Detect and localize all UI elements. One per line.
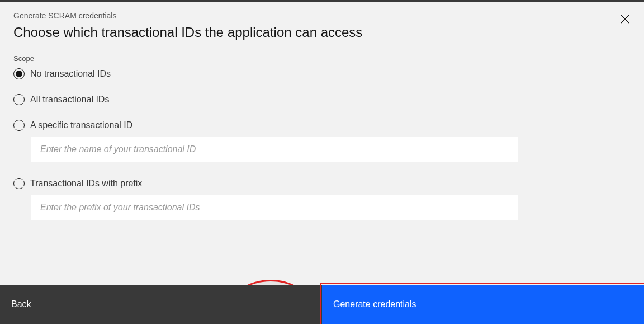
generate-credentials-button[interactable]: Generate credentials <box>322 285 644 324</box>
page-heading: Choose which transactional IDs the appli… <box>13 24 631 41</box>
radio-selected-icon <box>13 68 25 79</box>
specific-transactional-id-input[interactable] <box>31 137 518 162</box>
back-button[interactable]: Back <box>0 285 322 324</box>
option-label: A specific transactional ID <box>30 120 132 130</box>
back-button-label: Back <box>11 299 31 309</box>
option-label: All transactional IDs <box>30 95 109 105</box>
page-subtitle: Generate SCRAM credentials <box>13 11 631 20</box>
content-area: Generate SCRAM credentials Choose which … <box>0 2 644 220</box>
footer-bar: Back Generate credentials <box>0 285 644 324</box>
scope-label: Scope <box>13 54 631 63</box>
radio-icon <box>13 94 25 105</box>
option-specific-transactional-id[interactable]: A specific transactional ID <box>13 120 631 131</box>
option-label: No transactional IDs <box>30 69 111 79</box>
modal-frame: Generate SCRAM credentials Choose which … <box>0 0 644 324</box>
option-no-transactional-ids[interactable]: No transactional IDs <box>13 68 631 79</box>
option-all-transactional-ids[interactable]: All transactional IDs <box>13 94 631 105</box>
radio-icon <box>13 120 25 131</box>
prefix-transactional-ids-input[interactable] <box>31 195 518 220</box>
option-prefix-transactional-ids[interactable]: Transactional IDs with prefix <box>13 178 631 189</box>
option-label: Transactional IDs with prefix <box>30 179 142 189</box>
radio-icon <box>13 178 25 189</box>
generate-button-label: Generate credentials <box>333 299 416 309</box>
